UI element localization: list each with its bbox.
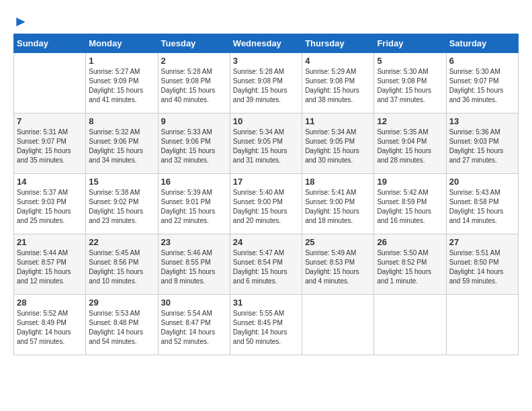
day-info: Sunrise: 5:49 AM Sunset: 8:53 PM Dayligh… bbox=[305, 248, 371, 286]
day-number: 23 bbox=[161, 237, 227, 247]
day-info: Sunrise: 5:41 AM Sunset: 9:00 PM Dayligh… bbox=[305, 188, 371, 226]
day-number: 1 bbox=[89, 56, 154, 66]
calendar-cell: 15Sunrise: 5:38 AM Sunset: 9:02 PM Dayli… bbox=[86, 174, 158, 234]
calendar-cell: 9Sunrise: 5:33 AM Sunset: 9:06 PM Daylig… bbox=[158, 113, 230, 174]
calendar-cell bbox=[302, 295, 374, 355]
day-number: 19 bbox=[377, 177, 443, 187]
calendar-cell bbox=[446, 295, 518, 355]
calendar-cell: 10Sunrise: 5:34 AM Sunset: 9:05 PM Dayli… bbox=[230, 113, 302, 174]
calendar-cell: 4Sunrise: 5:29 AM Sunset: 9:08 PM Daylig… bbox=[302, 53, 374, 113]
day-info: Sunrise: 5:33 AM Sunset: 9:06 PM Dayligh… bbox=[161, 128, 227, 165]
day-number: 26 bbox=[377, 237, 443, 247]
day-number: 8 bbox=[89, 116, 154, 126]
weekday-header: Wednesday bbox=[230, 34, 302, 53]
day-info: Sunrise: 5:40 AM Sunset: 9:00 PM Dayligh… bbox=[233, 188, 299, 226]
day-info: Sunrise: 5:51 AM Sunset: 8:50 PM Dayligh… bbox=[449, 248, 515, 286]
day-number: 18 bbox=[305, 177, 371, 187]
calendar-week-row: 7Sunrise: 5:31 AM Sunset: 9:07 PM Daylig… bbox=[14, 113, 519, 174]
day-info: Sunrise: 5:46 AM Sunset: 8:55 PM Dayligh… bbox=[161, 248, 227, 286]
calendar-cell: 23Sunrise: 5:46 AM Sunset: 8:55 PM Dayli… bbox=[158, 234, 230, 295]
calendar-cell: 29Sunrise: 5:53 AM Sunset: 8:48 PM Dayli… bbox=[86, 295, 158, 355]
day-number: 14 bbox=[17, 177, 83, 187]
calendar-cell: 1Sunrise: 5:27 AM Sunset: 9:09 PM Daylig… bbox=[86, 53, 158, 113]
day-number: 28 bbox=[17, 298, 83, 308]
day-info: Sunrise: 5:28 AM Sunset: 9:08 PM Dayligh… bbox=[233, 67, 299, 105]
day-info: Sunrise: 5:34 AM Sunset: 9:05 PM Dayligh… bbox=[305, 128, 371, 165]
day-number: 24 bbox=[233, 237, 299, 247]
day-info: Sunrise: 5:44 AM Sunset: 8:57 PM Dayligh… bbox=[17, 248, 83, 286]
day-info: Sunrise: 5:32 AM Sunset: 9:06 PM Dayligh… bbox=[89, 128, 154, 165]
day-number: 31 bbox=[233, 298, 299, 308]
day-number: 6 bbox=[449, 56, 515, 66]
calendar-cell: 5Sunrise: 5:30 AM Sunset: 9:08 PM Daylig… bbox=[374, 53, 446, 113]
day-number: 9 bbox=[161, 116, 227, 126]
day-info: Sunrise: 5:42 AM Sunset: 8:59 PM Dayligh… bbox=[377, 188, 443, 226]
calendar-cell: 21Sunrise: 5:44 AM Sunset: 8:57 PM Dayli… bbox=[14, 234, 86, 295]
calendar-week-row: 28Sunrise: 5:52 AM Sunset: 8:49 PM Dayli… bbox=[14, 295, 519, 355]
day-info: Sunrise: 5:55 AM Sunset: 8:45 PM Dayligh… bbox=[233, 309, 299, 347]
calendar-cell: 17Sunrise: 5:40 AM Sunset: 9:00 PM Dayli… bbox=[230, 174, 302, 234]
day-number: 10 bbox=[233, 116, 299, 126]
page-header: ► bbox=[13, 13, 519, 27]
day-number: 13 bbox=[449, 116, 515, 126]
calendar-cell: 7Sunrise: 5:31 AM Sunset: 9:07 PM Daylig… bbox=[14, 113, 86, 174]
day-info: Sunrise: 5:30 AM Sunset: 9:08 PM Dayligh… bbox=[377, 67, 443, 105]
calendar-cell: 3Sunrise: 5:28 AM Sunset: 9:08 PM Daylig… bbox=[230, 53, 302, 113]
day-number: 21 bbox=[17, 237, 83, 247]
calendar-header-row: SundayMondayTuesdayWednesdayThursdayFrid… bbox=[14, 34, 519, 53]
calendar-cell: 27Sunrise: 5:51 AM Sunset: 8:50 PM Dayli… bbox=[446, 234, 518, 295]
day-info: Sunrise: 5:35 AM Sunset: 9:04 PM Dayligh… bbox=[377, 128, 443, 165]
day-info: Sunrise: 5:37 AM Sunset: 9:03 PM Dayligh… bbox=[17, 188, 83, 226]
calendar-week-row: 1Sunrise: 5:27 AM Sunset: 9:09 PM Daylig… bbox=[14, 53, 519, 113]
calendar-cell: 2Sunrise: 5:28 AM Sunset: 9:08 PM Daylig… bbox=[158, 53, 230, 113]
day-info: Sunrise: 5:54 AM Sunset: 8:47 PM Dayligh… bbox=[161, 309, 227, 347]
day-number: 27 bbox=[449, 237, 515, 247]
calendar-cell: 14Sunrise: 5:37 AM Sunset: 9:03 PM Dayli… bbox=[14, 174, 86, 234]
day-info: Sunrise: 5:43 AM Sunset: 8:58 PM Dayligh… bbox=[449, 188, 515, 226]
weekday-header: Tuesday bbox=[158, 34, 230, 53]
day-info: Sunrise: 5:47 AM Sunset: 8:54 PM Dayligh… bbox=[233, 248, 299, 286]
day-number: 20 bbox=[449, 177, 515, 187]
day-info: Sunrise: 5:39 AM Sunset: 9:01 PM Dayligh… bbox=[161, 188, 227, 226]
calendar-cell: 30Sunrise: 5:54 AM Sunset: 8:47 PM Dayli… bbox=[158, 295, 230, 355]
day-info: Sunrise: 5:30 AM Sunset: 9:07 PM Dayligh… bbox=[449, 67, 515, 105]
day-number: 16 bbox=[161, 177, 227, 187]
calendar-week-row: 21Sunrise: 5:44 AM Sunset: 8:57 PM Dayli… bbox=[14, 234, 519, 295]
day-number: 30 bbox=[161, 298, 227, 308]
day-number: 11 bbox=[305, 116, 371, 126]
calendar-cell: 20Sunrise: 5:43 AM Sunset: 8:58 PM Dayli… bbox=[446, 174, 518, 234]
calendar-cell: 26Sunrise: 5:50 AM Sunset: 8:52 PM Dayli… bbox=[374, 234, 446, 295]
day-info: Sunrise: 5:36 AM Sunset: 9:03 PM Dayligh… bbox=[449, 128, 515, 165]
day-number: 22 bbox=[89, 237, 154, 247]
calendar-week-row: 14Sunrise: 5:37 AM Sunset: 9:03 PM Dayli… bbox=[14, 174, 519, 234]
calendar-cell: 28Sunrise: 5:52 AM Sunset: 8:49 PM Dayli… bbox=[14, 295, 86, 355]
day-info: Sunrise: 5:27 AM Sunset: 9:09 PM Dayligh… bbox=[89, 67, 154, 105]
day-number: 3 bbox=[233, 56, 299, 66]
day-number: 4 bbox=[305, 56, 371, 66]
weekday-header: Saturday bbox=[446, 34, 518, 53]
weekday-header: Monday bbox=[86, 34, 158, 53]
calendar-cell: 11Sunrise: 5:34 AM Sunset: 9:05 PM Dayli… bbox=[302, 113, 374, 174]
calendar-cell: 6Sunrise: 5:30 AM Sunset: 9:07 PM Daylig… bbox=[446, 53, 518, 113]
day-info: Sunrise: 5:53 AM Sunset: 8:48 PM Dayligh… bbox=[89, 309, 154, 347]
day-number: 2 bbox=[161, 56, 227, 66]
calendar-cell: 12Sunrise: 5:35 AM Sunset: 9:04 PM Dayli… bbox=[374, 113, 446, 174]
weekday-header: Sunday bbox=[14, 34, 86, 53]
day-number: 17 bbox=[233, 177, 299, 187]
weekday-header: Friday bbox=[374, 34, 446, 53]
logo-text: ► bbox=[13, 13, 28, 30]
day-info: Sunrise: 5:45 AM Sunset: 8:56 PM Dayligh… bbox=[89, 248, 154, 286]
calendar-cell: 19Sunrise: 5:42 AM Sunset: 8:59 PM Dayli… bbox=[374, 174, 446, 234]
calendar-cell: 18Sunrise: 5:41 AM Sunset: 9:00 PM Dayli… bbox=[302, 174, 374, 234]
day-info: Sunrise: 5:34 AM Sunset: 9:05 PM Dayligh… bbox=[233, 128, 299, 165]
calendar-cell bbox=[14, 53, 86, 113]
calendar-cell: 31Sunrise: 5:55 AM Sunset: 8:45 PM Dayli… bbox=[230, 295, 302, 355]
logo: ► bbox=[13, 13, 28, 27]
day-info: Sunrise: 5:29 AM Sunset: 9:08 PM Dayligh… bbox=[305, 67, 371, 105]
calendar-cell: 8Sunrise: 5:32 AM Sunset: 9:06 PM Daylig… bbox=[86, 113, 158, 174]
calendar-cell: 24Sunrise: 5:47 AM Sunset: 8:54 PM Dayli… bbox=[230, 234, 302, 295]
calendar-table: SundayMondayTuesdayWednesdayThursdayFrid… bbox=[13, 34, 519, 355]
day-number: 5 bbox=[377, 56, 443, 66]
weekday-header: Thursday bbox=[302, 34, 374, 53]
day-info: Sunrise: 5:50 AM Sunset: 8:52 PM Dayligh… bbox=[377, 248, 443, 286]
